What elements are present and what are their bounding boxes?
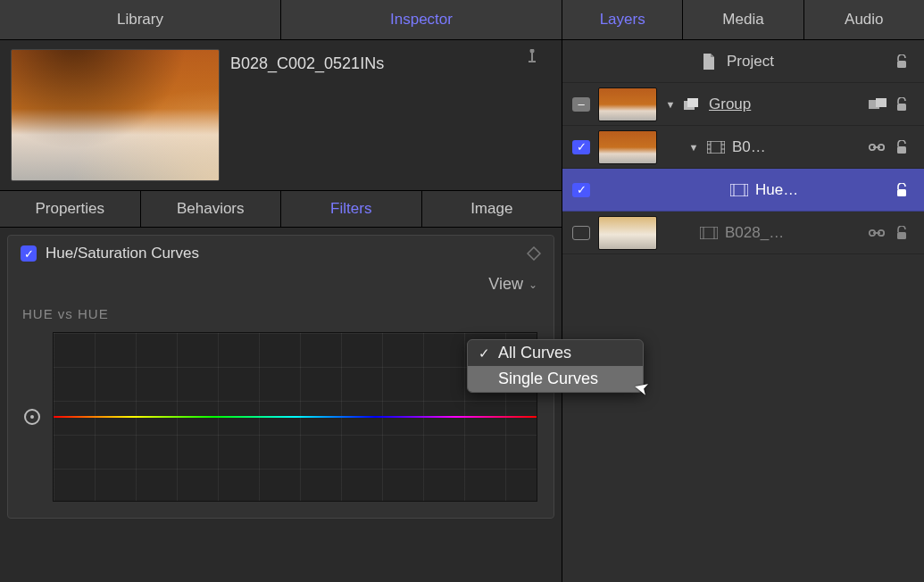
filter-enable-checkbox[interactable]: ✓ <box>21 245 37 262</box>
layer-row-group[interactable]: – ▼ Group <box>562 83 924 126</box>
film-icon <box>707 141 725 154</box>
svg-rect-1 <box>897 61 906 68</box>
layer-thumbnail <box>598 87 657 121</box>
tab-library[interactable]: Library <box>0 0 281 39</box>
left-tabbar: Library Inspector <box>0 0 562 40</box>
layer-name: B028_… <box>725 224 862 242</box>
disclosure-triangle-icon[interactable]: ▼ <box>687 142 700 153</box>
visibility-toggle[interactable]: – <box>571 97 591 112</box>
group-icon <box>684 98 702 111</box>
view-dropdown-menu: ✓ All Curves Single Curves <box>467 339 644 393</box>
lock-icon[interactable] <box>895 226 915 240</box>
tab-media[interactable]: Media <box>683 0 803 39</box>
subtab-behaviors[interactable]: Behaviors <box>141 191 282 227</box>
svg-rect-21 <box>700 227 718 239</box>
layer-name: B0… <box>732 138 862 156</box>
hue-curve-grid[interactable] <box>53 332 537 502</box>
film-icon <box>700 227 718 239</box>
layer-name: Project <box>727 53 862 71</box>
visibility-toggle[interactable]: ✓ <box>571 140 591 154</box>
lock-icon[interactable] <box>895 183 915 197</box>
svg-point-0 <box>530 49 535 54</box>
film-icon <box>730 184 748 196</box>
svg-rect-17 <box>730 184 748 196</box>
subtab-properties[interactable]: Properties <box>0 191 141 227</box>
layer-thumbnail <box>598 130 657 164</box>
subtab-image[interactable]: Image <box>422 191 562 227</box>
menu-item-label: All Curves <box>498 344 571 362</box>
curve-label: HUE vs HUE <box>21 303 541 332</box>
layer-row-clip2[interactable]: B028_… <box>562 212 924 254</box>
eyedropper-button[interactable] <box>24 409 40 425</box>
inspector-subtabs: Properties Behaviors Filters Image <box>0 190 562 228</box>
pin-icon[interactable] <box>526 49 551 69</box>
filter-title: Hue/Saturation Curves <box>46 245 518 262</box>
link-icon[interactable] <box>869 143 888 152</box>
svg-rect-16 <box>897 146 906 154</box>
lock-icon[interactable] <box>895 97 915 112</box>
lock-icon[interactable] <box>895 54 915 69</box>
tab-inspector[interactable]: Inspector <box>281 0 562 39</box>
checkmark-icon: ✓ <box>477 345 491 362</box>
svg-rect-7 <box>707 141 725 154</box>
mask-icon[interactable] <box>869 98 888 111</box>
svg-rect-3 <box>687 98 698 107</box>
subtab-filters[interactable]: Filters <box>281 191 422 227</box>
visibility-toggle[interactable] <box>571 226 591 240</box>
svg-rect-26 <box>897 232 906 239</box>
svg-rect-20 <box>897 189 906 196</box>
view-dropdown-label: View <box>488 275 523 294</box>
layer-row-clip[interactable]: ✓ ▼ B0… <box>562 126 924 169</box>
layer-row-project[interactable]: Project <box>562 40 924 83</box>
svg-rect-5 <box>876 98 887 107</box>
tab-audio[interactable]: Audio <box>804 0 924 39</box>
disclosure-triangle-icon[interactable]: ▼ <box>664 99 677 110</box>
tab-layers[interactable]: Layers <box>562 0 683 39</box>
layer-name: Hue… <box>755 181 862 199</box>
link-icon[interactable] <box>869 229 888 237</box>
hue-gradient-line <box>54 416 537 418</box>
menu-item-label: Single Curves <box>498 370 598 388</box>
right-tabbar: Layers Media Audio <box>562 0 924 40</box>
menu-item-all-curves[interactable]: ✓ All Curves <box>468 340 643 366</box>
clip-header: B028_C002_0521INs <box>0 40 562 190</box>
layer-thumbnail <box>598 216 657 250</box>
layer-row-filter[interactable]: ✓ Hue… <box>562 169 924 212</box>
visibility-toggle[interactable]: ✓ <box>571 183 591 197</box>
clip-name: B028_C002_0521INs <box>220 49 526 79</box>
menu-item-single-curves[interactable]: Single Curves <box>468 366 643 392</box>
chevron-down-icon: ⌄ <box>529 279 537 291</box>
keyframe-icon[interactable] <box>527 246 541 261</box>
svg-rect-6 <box>897 104 906 111</box>
clip-thumbnail <box>11 49 220 181</box>
document-icon <box>702 54 720 70</box>
layer-name: Group <box>709 96 862 113</box>
view-dropdown[interactable]: View ⌄ <box>488 275 537 294</box>
lock-icon[interactable] <box>895 140 915 154</box>
